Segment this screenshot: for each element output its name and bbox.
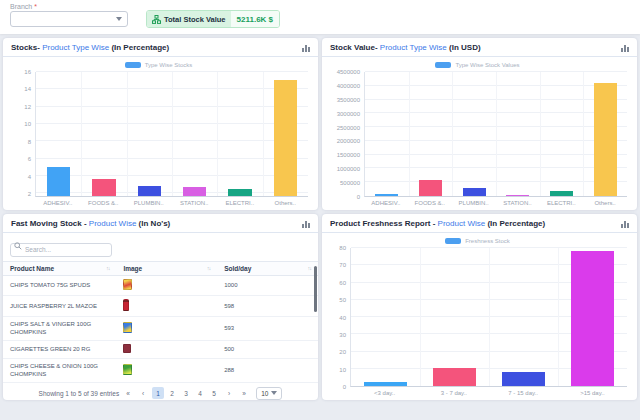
column-header-sold-day[interactable]: Sold/day↑↓ [217, 261, 318, 275]
next-page-button[interactable]: › [223, 387, 235, 399]
product-image-cell [116, 275, 217, 295]
x-axis-label: Others.. [583, 200, 627, 206]
y-tick-label: 2000000 [337, 138, 360, 144]
bar-chart-icon[interactable] [302, 43, 310, 52]
page-size-value: 10 [261, 390, 268, 397]
product-image-cell [116, 316, 217, 340]
stock-value-bar-4[interactable] [506, 195, 529, 197]
first-page-button[interactable]: « [122, 387, 134, 399]
y-tick-label: 80 [339, 245, 346, 251]
panel-title: Product Freshness Report - Product Wise … [330, 219, 545, 228]
showing-entries-text: Showing 1 to 5 of 39 entries [39, 390, 120, 397]
y-tick-label: 12 [24, 104, 31, 110]
sold-per-day: 598 [217, 295, 318, 316]
x-axis-label: PLUMBIN.. [126, 200, 172, 206]
product-wise-link[interactable]: Product Wise [89, 219, 137, 228]
stocks-bar-6[interactable] [274, 80, 298, 196]
title-unit: (In Percentage) [111, 43, 169, 52]
panel-title: Stocks- Product Type Wise (In Percentage… [11, 43, 169, 52]
table-row[interactable]: CHIPS CHEESE & ONION 100G CHOMPKINS288 [3, 358, 318, 382]
dashboard-grid: Stocks- Product Type Wise (In Percentage… [0, 34, 640, 404]
freshness-legend[interactable]: Freshness Stock [328, 236, 627, 246]
branch-select[interactable] [10, 11, 128, 27]
y-tick-label: 0 [343, 384, 346, 390]
title-text: Fast Moving Stock - [11, 219, 87, 228]
freshness-bar-1[interactable] [364, 382, 407, 386]
stocks-bar-4[interactable] [183, 187, 207, 196]
chevron-down-icon [116, 17, 122, 21]
stocks-bar-2[interactable] [92, 179, 116, 196]
y-tick-label: 2500000 [337, 125, 360, 131]
product-name: JUICE RASPBERRY 2L MAZOE [3, 295, 116, 316]
stock-value-plot-area [364, 72, 627, 197]
title-unit: (In Percentage) [487, 219, 545, 228]
bar-chart-icon[interactable] [621, 43, 629, 52]
table-row[interactable]: CHIPS SALT & VINGER 100G CHOMPKINS593 [3, 316, 318, 340]
sold-per-day: 593 [217, 316, 318, 340]
table-row[interactable]: CIGARETTES GREEN 20 RG500 [3, 340, 318, 358]
column-header-image[interactable]: Image↑↓ [116, 261, 217, 275]
page-button-3[interactable]: 3 [180, 387, 192, 399]
legend-label: Type Wise Stocks [145, 62, 193, 68]
y-tick-label: 4 [28, 174, 31, 180]
stocks-bar-1[interactable] [47, 167, 71, 196]
product-name: CIGARETTES GREEN 20 RG [3, 340, 116, 358]
stocks-bar-3[interactable] [138, 186, 162, 196]
stock-value-legend[interactable]: Type Wise Stock Values [328, 60, 627, 70]
product-image-cell [116, 295, 217, 316]
bar-chart-icon[interactable] [302, 219, 310, 228]
page-size-select[interactable]: 10 [256, 387, 282, 400]
chips-bag-blue-image [123, 322, 132, 333]
product-type-wise-link[interactable]: Product Type Wise [380, 43, 447, 52]
stock-value-bar-6[interactable] [594, 83, 617, 196]
x-axis-label: STATION.. [495, 200, 539, 206]
table-row[interactable]: JUICE RASPBERRY 2L MAZOE598 [3, 295, 318, 316]
product-type-wise-link[interactable]: Product Type Wise [42, 43, 109, 52]
chevron-down-icon [271, 391, 277, 395]
last-page-button[interactable]: » [238, 387, 250, 399]
freshness-bar-3[interactable] [502, 372, 545, 386]
y-tick-label: 40 [339, 315, 346, 321]
stock-value-bar-3[interactable] [463, 188, 486, 196]
stocks-legend[interactable]: Type Wise Stocks [9, 60, 308, 70]
panel-title: Fast Moving Stock - Product Wise (In No'… [11, 219, 170, 228]
sort-icon[interactable]: ↑↓ [106, 265, 110, 271]
x-axis-label: ADHESIV.. [35, 200, 81, 206]
title-text: Stocks- [11, 43, 40, 52]
x-axis-label: 7 - 15 day.. [489, 390, 558, 396]
legend-swatch-icon [125, 62, 141, 68]
sort-icon[interactable]: ↑↓ [207, 265, 211, 271]
search-input[interactable] [10, 243, 112, 257]
table-scrollbar[interactable] [314, 266, 317, 312]
product-image-cell [116, 340, 217, 358]
product-wise-link[interactable]: Product Wise [438, 219, 486, 228]
page-button-5[interactable]: 5 [208, 387, 220, 399]
legend-label: Freshness Stock [465, 238, 510, 244]
page-button-2[interactable]: 2 [166, 387, 178, 399]
page-button-1[interactable]: 1 [152, 387, 164, 399]
freshness-bar-2[interactable] [433, 368, 476, 386]
stocks-bar-5[interactable] [228, 189, 252, 196]
page-button-4[interactable]: 4 [194, 387, 206, 399]
stock-value-bar-5[interactable] [550, 191, 573, 196]
y-tick-label: 30 [339, 332, 346, 338]
column-header-product-name[interactable]: Product Name↑↓ [3, 261, 116, 275]
juice-bottle-red-image [123, 299, 129, 311]
freshness-bar-4[interactable] [571, 251, 614, 386]
fast-moving-table: Product Name↑↓Image↑↓Sold/day↑↓ CHIPS TO… [3, 261, 318, 383]
bar-chart-icon[interactable] [621, 219, 629, 228]
y-tick-label: 50 [339, 297, 346, 303]
y-tick-label: 8 [28, 139, 31, 145]
prev-page-button[interactable]: ‹ [137, 387, 149, 399]
sort-icon[interactable]: ↑↓ [308, 265, 312, 271]
total-stock-value-badge: Total Stock Value 5211.6K $ [146, 10, 280, 28]
table-row[interactable]: CHIPS TOMATO 75G SPUDS1000 [3, 275, 318, 295]
search-icon [14, 242, 22, 250]
title-text: Stock Value- [330, 43, 378, 52]
stock-value-panel: Stock Value- Product Type Wise (In USD) … [322, 38, 637, 210]
stock-value-bar-2[interactable] [419, 180, 442, 196]
stock-value-bar-1[interactable] [375, 194, 398, 196]
y-tick-label: 14 [24, 86, 31, 92]
y-tick-label: 2 [28, 191, 31, 197]
x-axis-label: STATION.. [172, 200, 218, 206]
